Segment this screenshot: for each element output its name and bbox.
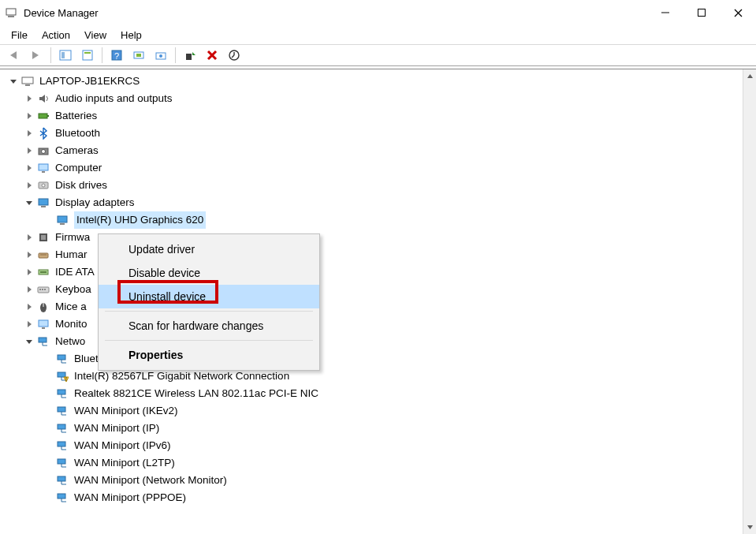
back-button[interactable] <box>4 47 24 64</box>
tree-dev-net3[interactable]: WAN Miniport (IKEv2) <box>5 402 756 420</box>
expand-toggle[interactable] <box>24 319 35 330</box>
svg-rect-41 <box>39 289 41 290</box>
svg-rect-35 <box>41 235 46 240</box>
tree-dev-intel-uhd[interactable]: Intel(R) UHD Graphics 620 <box>5 211 756 229</box>
tree-label: Firmwa <box>55 230 90 245</box>
scroll-down-icon[interactable] <box>743 521 756 534</box>
toolbar: ? <box>0 44 756 66</box>
svg-rect-20 <box>22 77 33 84</box>
chipset-icon <box>36 231 50 244</box>
properties-button[interactable] <box>77 47 98 64</box>
context-scan-hardware[interactable]: Scan for hardware changes <box>99 314 319 338</box>
maximize-button[interactable] <box>683 0 720 25</box>
computer-icon <box>20 75 35 88</box>
svg-rect-47 <box>42 327 45 329</box>
tree-label: Display adapters <box>55 195 135 211</box>
spacer <box>43 353 54 364</box>
tree-label: WAN Miniport (L2TP) <box>74 455 175 471</box>
expand-toggle[interactable] <box>24 162 35 174</box>
tree-dev-net6[interactable]: WAN Miniport (L2TP) <box>5 454 756 472</box>
expand-toggle[interactable] <box>24 284 35 295</box>
tree-label: Mice a <box>55 299 87 315</box>
vertical-scrollbar[interactable] <box>743 69 756 534</box>
menu-file[interactable]: File <box>4 28 35 43</box>
svg-rect-46 <box>39 320 48 327</box>
expand-toggle[interactable] <box>24 110 35 121</box>
expand-toggle[interactable] <box>24 145 35 156</box>
expand-toggle[interactable] <box>24 180 35 191</box>
tree-dev-net2[interactable]: Realtek 8821CE Wireless LAN 802.11ac PCI… <box>5 385 756 402</box>
expand-toggle[interactable] <box>24 249 35 260</box>
expand-toggle[interactable] <box>24 197 35 208</box>
tree-cat-computer[interactable]: Computer <box>5 159 756 177</box>
expand-toggle[interactable] <box>24 336 35 347</box>
spacer <box>43 388 54 399</box>
menu-view[interactable]: View <box>77 28 114 43</box>
tree-cat-display[interactable]: Display adapters <box>5 194 756 211</box>
tree-root[interactable]: LAPTOP-JB1EKRCS <box>5 73 756 90</box>
titlebar: Device Manager <box>0 0 756 25</box>
context-menu: Update driver Disable device Uninstall d… <box>98 233 320 371</box>
network-adapter-icon <box>55 457 69 469</box>
minimize-button[interactable] <box>647 0 683 25</box>
tree-label: Intel(R) UHD Graphics 620 <box>74 211 206 229</box>
app-icon <box>5 6 17 19</box>
display-adapter-icon <box>55 214 69 226</box>
context-disable-device[interactable]: Disable device <box>99 261 319 285</box>
tree-cat-bluetooth[interactable]: Bluetooth <box>5 125 756 142</box>
tree-label: WAN Miniport (Network Monitor) <box>74 472 227 488</box>
tree-cat-batteries[interactable]: Batteries <box>5 107 756 125</box>
svg-rect-16 <box>186 54 192 60</box>
svg-rect-36 <box>39 253 48 258</box>
disable-button[interactable] <box>224 47 244 64</box>
expand-toggle[interactable] <box>24 267 35 278</box>
menu-action[interactable]: Action <box>35 28 77 43</box>
svg-rect-52 <box>58 390 65 394</box>
uninstall-button[interactable] <box>202 47 222 64</box>
window-title: Device Manager <box>24 7 99 19</box>
expand-toggle[interactable] <box>24 301 35 312</box>
scan-hardware-button[interactable] <box>128 47 149 64</box>
expand-toggle[interactable] <box>24 232 35 243</box>
network-adapter-icon <box>55 439 69 452</box>
context-uninstall-device[interactable]: Uninstall device <box>99 285 319 308</box>
svg-rect-58 <box>58 494 65 499</box>
tree-dev-net7[interactable]: WAN Miniport (Network Monitor) <box>5 472 756 489</box>
update-driver-button[interactable] <box>151 47 171 64</box>
expand-toggle[interactable] <box>24 128 35 139</box>
svg-rect-23 <box>47 115 49 117</box>
spacer <box>43 492 54 503</box>
spacer <box>43 475 54 486</box>
svg-rect-31 <box>41 206 46 207</box>
add-legacy-button[interactable] <box>180 47 200 64</box>
svg-rect-55 <box>58 442 65 446</box>
camera-icon <box>36 144 50 157</box>
forward-button[interactable] <box>26 47 47 64</box>
tree-cat-cameras[interactable]: Cameras <box>5 142 756 159</box>
network-adapter-icon <box>55 353 69 365</box>
tree-cat-audio[interactable]: Audio inputs and outputs <box>5 90 756 107</box>
monitor-icon <box>36 318 50 330</box>
network-adapter-icon <box>36 335 50 348</box>
context-separator <box>105 340 313 341</box>
show-hide-console-tree-button[interactable] <box>55 47 76 64</box>
spacer <box>43 215 54 226</box>
svg-rect-32 <box>58 216 67 222</box>
tree-dev-net4[interactable]: WAN Miniport (IP) <box>5 420 756 437</box>
monitor-icon <box>36 162 50 174</box>
keyboard-icon <box>36 283 50 296</box>
tree-label: WAN Miniport (IP) <box>74 420 159 436</box>
svg-rect-54 <box>58 424 65 429</box>
tree-dev-net5[interactable]: WAN Miniport (IPv6) <box>5 437 756 454</box>
close-button[interactable] <box>720 0 756 25</box>
scroll-up-icon[interactable] <box>743 69 756 83</box>
help-button[interactable]: ? <box>106 47 127 64</box>
tree-cat-diskdrives[interactable]: Disk drives <box>5 177 756 194</box>
context-update-driver[interactable]: Update driver <box>99 237 319 261</box>
tree-dev-net8[interactable]: WAN Miniport (PPPOE) <box>5 489 756 506</box>
expand-toggle[interactable] <box>24 93 35 104</box>
menu-help[interactable]: Help <box>114 28 149 43</box>
context-properties[interactable]: Properties <box>99 343 319 367</box>
expand-toggle[interactable] <box>8 76 19 87</box>
svg-point-25 <box>42 150 46 154</box>
